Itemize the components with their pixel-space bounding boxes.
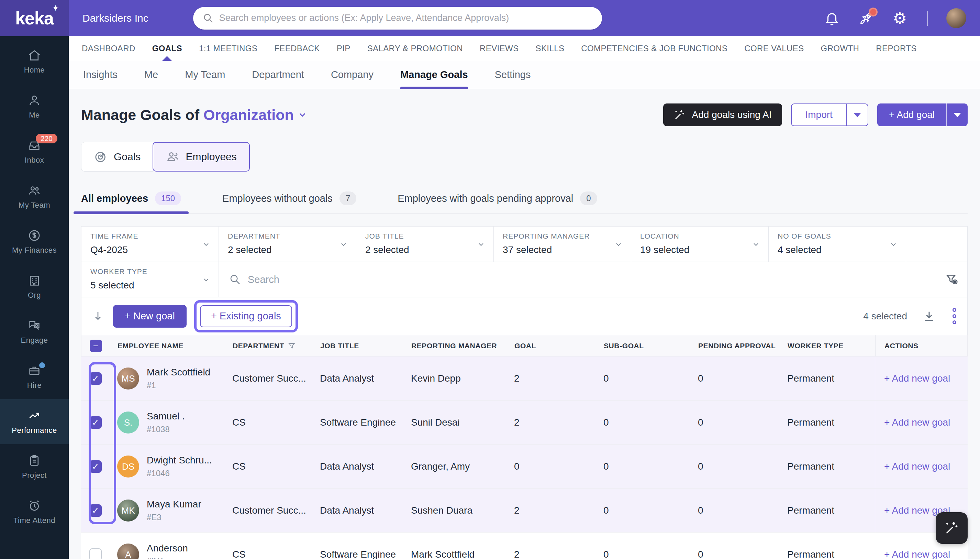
- tab-dashboard[interactable]: DASHBOARD: [82, 36, 135, 61]
- tab-1-1-meetings[interactable]: 1:1 MEETINGS: [199, 36, 257, 61]
- more-options-kebab-icon[interactable]: [951, 307, 958, 326]
- add-goals-using-ai-button[interactable]: Add goals using AI: [663, 104, 782, 126]
- scope-selector[interactable]: Organization: [203, 107, 294, 123]
- org-icon: [28, 274, 41, 288]
- clear-filters-button[interactable]: [936, 262, 967, 297]
- row-checkbox[interactable]: ✓: [89, 372, 102, 385]
- tab-feedback[interactable]: FEEDBACK: [274, 36, 320, 61]
- add-new-goal-link[interactable]: + Add new goal: [884, 417, 950, 428]
- subtab-department[interactable]: Department: [252, 61, 304, 89]
- col-goal[interactable]: GOAL: [515, 342, 604, 350]
- settings-gear-icon[interactable]: ⚙: [893, 10, 909, 26]
- user-avatar[interactable]: [946, 8, 966, 28]
- col-employee-name[interactable]: EMPLOYEE NAME: [117, 342, 233, 350]
- global-search-input[interactable]: Search employees or actions (Ex: Apply L…: [193, 7, 602, 30]
- sidebar-item-my-team[interactable]: My Team: [0, 174, 69, 219]
- keka-logo[interactable]: keka✦: [0, 0, 69, 36]
- sidebar-item-home[interactable]: Home: [0, 39, 69, 84]
- new-goal-button[interactable]: + New goal: [113, 305, 186, 327]
- sidebar-item-performance[interactable]: Performance: [0, 399, 69, 444]
- table-row[interactable]: ✓ S. Samuel . #1038 CS Software Enginee …: [81, 400, 968, 445]
- scope-chevron-down-icon[interactable]: [297, 110, 307, 120]
- filter-job-title[interactable]: JOB TITLE 2 selected: [356, 227, 494, 261]
- filter-location[interactable]: LOCATION 19 selected: [631, 227, 769, 261]
- tab-reviews[interactable]: REVIEWS: [480, 36, 518, 61]
- all-employees-count-badge: 150: [155, 192, 181, 205]
- import-button[interactable]: Import: [792, 104, 846, 126]
- col-job-title[interactable]: JOB TITLE: [320, 342, 411, 350]
- existing-goals-button[interactable]: + Existing goals: [200, 305, 292, 327]
- subtab-manage-goals[interactable]: Manage Goals: [400, 61, 468, 89]
- tab-all-employees[interactable]: All employees 150: [81, 192, 181, 213]
- tab-growth[interactable]: GROWTH: [821, 36, 860, 61]
- filter-no-of-goals[interactable]: NO OF GOALS 4 selected: [769, 227, 906, 261]
- employee-name[interactable]: Samuel .: [147, 411, 185, 422]
- sidebar-item-hire[interactable]: Hire: [0, 354, 69, 399]
- table-row[interactable]: ✓ MK Maya Kumar #E3 Customer Succ... Dat…: [81, 488, 968, 533]
- tab-core-values[interactable]: CORE VALUES: [744, 36, 804, 61]
- filter-reporting-manager[interactable]: REPORTING MANAGER 37 selected: [494, 227, 631, 261]
- sidebar-item-time-attend[interactable]: Time Attend: [0, 489, 69, 534]
- col-department[interactable]: DEPARTMENT: [233, 342, 320, 350]
- col-pending-approval[interactable]: PENDING APPROVAL: [698, 342, 788, 350]
- row-checkbox[interactable]: ✓: [89, 416, 102, 429]
- add-goal-dropdown-button[interactable]: [946, 104, 968, 126]
- goal-cell: 2: [514, 505, 604, 516]
- col-sub-goal[interactable]: SUB-GOAL: [604, 342, 698, 350]
- tab-goals[interactable]: GOALS: [152, 36, 182, 61]
- subtab-settings[interactable]: Settings: [495, 61, 531, 89]
- subtab-me[interactable]: Me: [144, 61, 158, 89]
- tab-employees-without-goals[interactable]: Employees without goals 7: [222, 192, 356, 213]
- toggle-employees[interactable]: Employees: [153, 142, 249, 172]
- col-worker-type[interactable]: WORKER TYPE: [788, 342, 875, 350]
- table-row[interactable]: A Anderson #IN1 CS Software Enginee Mark…: [81, 533, 968, 559]
- subtab-company[interactable]: Company: [331, 61, 373, 89]
- import-dropdown-button[interactable]: [846, 104, 868, 126]
- sidebar-item-org[interactable]: Org: [0, 264, 69, 309]
- tab-employees-pending-approval[interactable]: Employees with goals pending approval 0: [398, 192, 597, 213]
- subtab-insights[interactable]: Insights: [83, 61, 117, 89]
- sidebar-item-my-finances[interactable]: My Finances: [0, 219, 69, 264]
- sidebar-item-project[interactable]: Project: [0, 444, 69, 489]
- tab-reports[interactable]: REPORTS: [876, 36, 916, 61]
- employee-name[interactable]: Maya Kumar: [147, 499, 201, 510]
- col-reporting-manager[interactable]: REPORTING MANAGER: [411, 342, 515, 350]
- company-name: Darksiders Inc: [82, 12, 148, 24]
- subtab-my-team[interactable]: My Team: [185, 61, 225, 89]
- employee-name[interactable]: Mark Scottfield: [147, 367, 210, 378]
- page-title: Manage Goals of Organization: [81, 107, 294, 123]
- employee-name[interactable]: Dwight Schru...: [147, 455, 212, 466]
- tab-skills[interactable]: SKILLS: [536, 36, 564, 61]
- table-row[interactable]: ✓ MS Mark Scottfield #1 Customer Succ...…: [81, 357, 968, 400]
- sidebar-item-me[interactable]: Me: [0, 84, 69, 129]
- ai-assistant-fab[interactable]: [935, 512, 968, 544]
- add-goal-button[interactable]: + Add goal: [877, 104, 946, 126]
- chevron-down-icon: [752, 240, 760, 248]
- goals-sub-nav: Insights Me My Team Department Company M…: [69, 61, 980, 89]
- sidebar-item-inbox[interactable]: 220 Inbox: [0, 129, 69, 174]
- filter-worker-type[interactable]: WORKER TYPE 5 selected: [81, 262, 219, 297]
- tab-pip[interactable]: PIP: [337, 36, 350, 61]
- add-new-goal-link[interactable]: + Add new goal: [884, 461, 950, 472]
- download-icon[interactable]: [922, 309, 936, 323]
- table-row[interactable]: ✓ DS Dwight Schru... #1046 CS Data Analy…: [81, 445, 968, 488]
- employee-name[interactable]: Anderson: [147, 543, 188, 554]
- tab-competencies[interactable]: COMPETENCIES & JOB FUNCTIONS: [581, 36, 728, 61]
- row-checkbox[interactable]: ✓: [89, 504, 102, 517]
- pending-approval-cell: 0: [698, 461, 787, 472]
- filter-department[interactable]: DEPARTMENT 2 selected: [219, 227, 356, 261]
- toggle-goals[interactable]: Goals: [81, 142, 153, 172]
- select-all-checkbox[interactable]: −: [90, 340, 102, 352]
- employee-search-input[interactable]: Search: [219, 262, 936, 297]
- add-new-goal-link[interactable]: + Add new goal: [884, 549, 950, 559]
- department-filter-funnel-icon[interactable]: [288, 342, 296, 350]
- row-checkbox[interactable]: [89, 548, 102, 559]
- whats-new-rocket-icon[interactable]: [858, 10, 874, 26]
- tab-salary-promotion[interactable]: SALARY & PROMOTION: [367, 36, 463, 61]
- sort-descending-icon[interactable]: [92, 310, 104, 322]
- add-new-goal-link[interactable]: + Add new goal: [884, 373, 950, 384]
- notifications-bell-icon[interactable]: [824, 10, 840, 26]
- row-checkbox[interactable]: ✓: [89, 460, 102, 473]
- filter-time-frame[interactable]: TIME FRAME Q4-2025: [81, 227, 219, 261]
- sidebar-item-engage[interactable]: Engage: [0, 309, 69, 354]
